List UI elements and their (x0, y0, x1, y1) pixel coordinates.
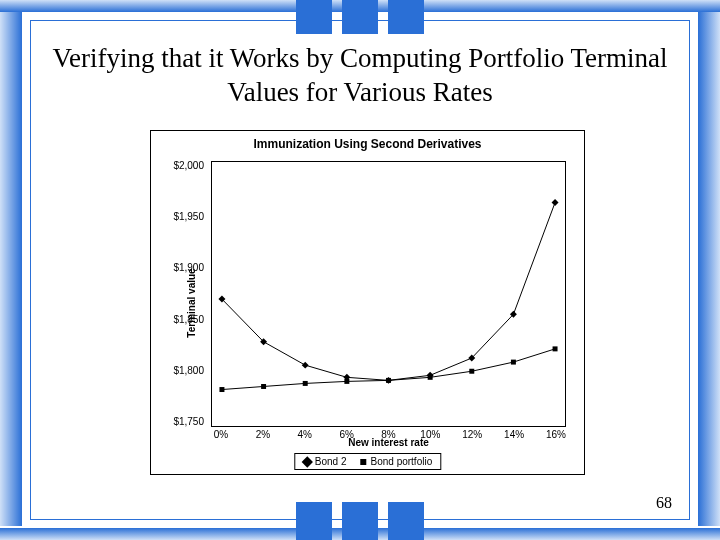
svg-rect-10 (261, 384, 266, 389)
legend-item-portfolio: Bond portfolio (360, 456, 432, 467)
x-tick-label: 4% (290, 429, 320, 440)
slide-title: Verifying that it Works by Computing Por… (40, 42, 680, 110)
svg-rect-11 (303, 381, 308, 386)
y-tick-label: $1,900 (154, 262, 204, 273)
tab-decoration (388, 0, 424, 34)
border-right (698, 12, 720, 526)
chart-title: Immunization Using Second Derivatives (151, 137, 584, 151)
tab-decoration (342, 502, 378, 540)
x-tick-label: 6% (332, 429, 362, 440)
chart-svg (212, 162, 565, 426)
square-icon (360, 459, 366, 465)
diamond-icon (301, 456, 312, 467)
page-number: 68 (656, 494, 672, 512)
y-tick-label: $2,000 (154, 160, 204, 171)
tab-decoration (388, 502, 424, 540)
plot-area (211, 161, 566, 427)
chart-container: Immunization Using Second Derivatives Te… (150, 130, 585, 475)
tab-decoration (296, 502, 332, 540)
legend-item-bond2: Bond 2 (303, 456, 347, 467)
y-tick-label: $1,750 (154, 416, 204, 427)
border-left (0, 12, 22, 526)
svg-rect-9 (219, 387, 224, 392)
svg-rect-14 (428, 375, 433, 380)
y-tick-label: $1,950 (154, 211, 204, 222)
legend: Bond 2 Bond portfolio (294, 453, 441, 470)
svg-rect-12 (344, 379, 349, 384)
svg-rect-16 (511, 360, 516, 365)
x-tick-label: 0% (206, 429, 236, 440)
tab-decoration (296, 0, 332, 34)
y-tick-label: $1,850 (154, 314, 204, 325)
x-tick-label: 16% (541, 429, 571, 440)
x-tick-label: 12% (457, 429, 487, 440)
x-tick-label: 8% (374, 429, 404, 440)
x-tick-label: 10% (415, 429, 445, 440)
y-tick-label: $1,800 (154, 365, 204, 376)
x-tick-label: 14% (499, 429, 529, 440)
svg-marker-8 (552, 199, 559, 206)
y-axis-label: Terminal value (186, 268, 197, 337)
svg-rect-13 (386, 378, 391, 383)
tab-decoration (342, 0, 378, 34)
legend-label: Bond 2 (315, 456, 347, 467)
svg-rect-15 (469, 369, 474, 374)
top-tabs (296, 0, 424, 34)
slide: Verifying that it Works by Computing Por… (0, 0, 720, 540)
bottom-tabs (296, 502, 424, 540)
svg-marker-2 (302, 362, 309, 369)
legend-label: Bond portfolio (370, 456, 432, 467)
svg-rect-17 (553, 346, 558, 351)
x-tick-label: 2% (248, 429, 278, 440)
